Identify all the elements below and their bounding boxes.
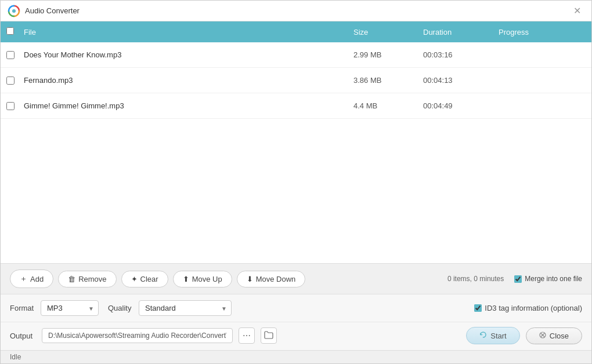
title-bar: Audio Converter ✕ [1,1,591,21]
add-icon: ＋ [20,274,27,284]
quality-select-wrapper: StandardHighLow ▼ [139,300,232,316]
add-label: Add [30,275,44,283]
row-checkbox[interactable] [6,77,15,85]
merge-checkbox[interactable] [514,275,522,283]
options-bar: Format MP3AACOGGFLACWAVWMA ▼ Quality Sta… [1,294,591,322]
move-down-icon: ⬇ [247,275,253,283]
action-toolbar: ＋ Add 🗑 Remove ✦ Clear ⬆ Move Up ⬇ Move … [1,263,591,294]
status-bar: Idle [1,350,591,363]
format-group: Format MP3AACOGGFLACWAVWMA ▼ [10,300,99,316]
quality-label: Quality [108,304,134,312]
clear-icon: ✦ [131,275,138,283]
start-button[interactable]: Start [466,327,519,344]
output-bar: Output ⋯ Start [1,322,591,350]
close-button[interactable]: Close [526,327,582,344]
move-up-icon: ⬆ [183,275,189,283]
clear-label: Clear [140,275,158,283]
row-checkbox-cell [6,51,24,59]
remove-button[interactable]: 🗑 Remove [58,271,116,287]
main-window: Audio Converter ✕ File Size Duration Pro… [0,0,592,364]
row-file: Gimme! Gimme! Gimme!.mp3 [24,101,353,110]
format-label: Format [10,304,36,312]
table-row: Gimme! Gimme! Gimme!.mp3 4.4 MB 00:04:49 [1,93,591,119]
row-checkbox[interactable] [6,51,15,59]
select-all-checkbox[interactable] [6,27,14,35]
output-label: Output [10,332,36,340]
quality-group: Quality StandardHighLow ▼ [108,300,232,316]
browse-folder-button[interactable] [261,327,277,344]
id3-text: ID3 tag information (optional) [485,304,582,312]
header-checkbox-cell [6,27,24,37]
output-path-input[interactable] [42,328,233,343]
quality-select[interactable]: StandardHighLow [139,300,232,316]
format-select-wrapper: MP3AACOGGFLACWAVWMA ▼ [41,300,99,316]
svg-point-1 [12,9,16,13]
start-label: Start [490,332,506,340]
row-size: 3.86 MB [353,76,423,85]
row-size: 4.4 MB [353,101,423,110]
column-file: File [24,28,353,37]
row-duration: 00:04:13 [423,76,499,85]
clear-button[interactable]: ✦ Clear [121,271,168,287]
app-logo [8,5,20,17]
add-button[interactable]: ＋ Add [10,270,53,288]
row-file: Does Your Mother Know.mp3 [24,50,353,59]
move-down-button[interactable]: ⬇ Move Down [237,271,306,287]
format-select[interactable]: MP3AACOGGFLACWAVWMA [41,300,99,316]
remove-icon: 🗑 [68,275,75,283]
column-size: Size [353,28,423,37]
file-list: Does Your Mother Know.mp3 2.99 MB 00:03:… [1,42,591,263]
merge-checkbox-label[interactable]: Merge into one file [514,275,582,283]
row-checkbox-cell [6,77,24,85]
move-up-label: Move Up [192,275,222,283]
row-size: 2.99 MB [353,50,423,59]
folder-icon [264,331,273,341]
row-checkbox[interactable] [6,102,15,110]
row-duration: 00:04:49 [423,101,499,110]
merge-label: Merge into one file [525,275,582,283]
column-progress: Progress [499,28,586,37]
table-row: Fernando.mp3 3.86 MB 00:04:13 [1,68,591,93]
table-row: Does Your Mother Know.mp3 2.99 MB 00:03:… [1,42,591,68]
remove-label: Remove [78,275,106,283]
column-duration: Duration [423,28,499,37]
items-count: 0 items, 0 minutes [447,275,504,283]
app-title: Audio Converter [25,6,570,15]
close-x-icon [539,332,546,340]
more-options-button[interactable]: ⋯ [239,327,255,344]
dots-icon: ⋯ [243,331,251,340]
close-label: Close [550,332,569,340]
row-duration: 00:03:16 [423,50,499,59]
row-file: Fernando.mp3 [24,76,353,85]
id3-label[interactable]: ID3 tag information (optional) [474,304,582,312]
move-down-label: Move Down [256,275,296,283]
table-header: File Size Duration Progress [1,21,591,42]
row-checkbox-cell [6,102,24,110]
move-up-button[interactable]: ⬆ Move Up [173,271,232,287]
status-text: Idle [10,353,21,361]
id3-checkbox[interactable] [474,304,482,312]
start-icon [479,331,487,340]
close-window-button[interactable]: ✕ [570,4,584,17]
